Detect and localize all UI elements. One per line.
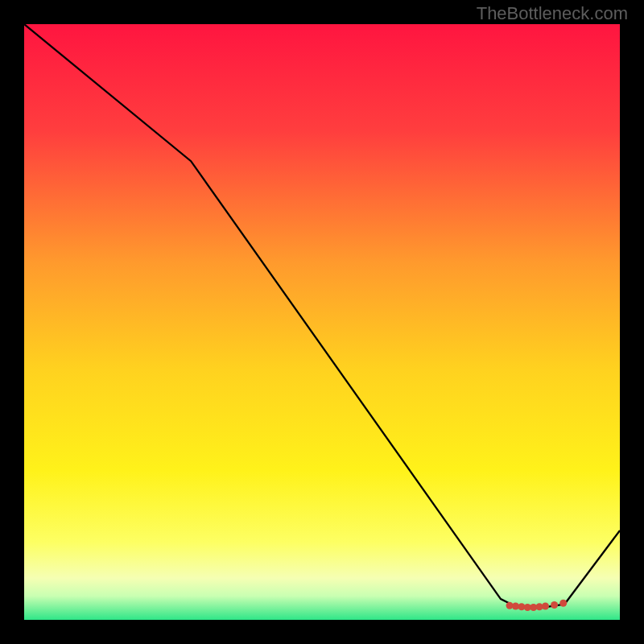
marker-dot xyxy=(542,603,549,610)
marker-dot xyxy=(551,601,558,609)
gradient-background xyxy=(24,24,620,620)
marker-dot xyxy=(559,600,567,607)
plot-area xyxy=(24,24,620,620)
chart-frame: TheBottleneck.com xyxy=(0,0,644,644)
chart-svg xyxy=(24,24,620,620)
watermark-text: TheBottleneck.com xyxy=(477,3,628,24)
